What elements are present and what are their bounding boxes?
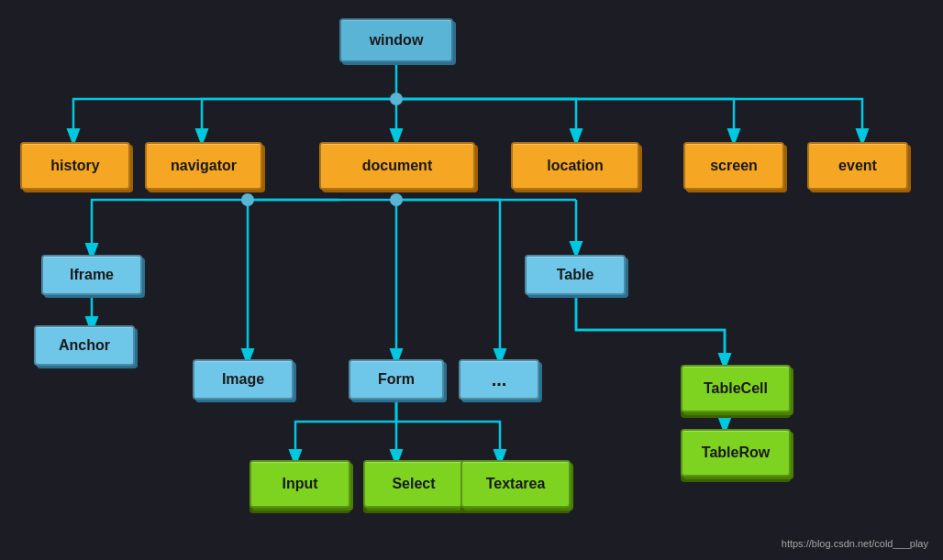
diagram: window history navigator document locati…: [0, 0, 943, 560]
screen-label: screen: [710, 158, 758, 174]
tablerow-label: TableRow: [702, 445, 770, 461]
anchor-label: Anchor: [59, 337, 110, 354]
tablerow-node: TableRow: [681, 429, 791, 477]
table-label: Table: [557, 267, 594, 283]
tablecell-node: TableCell: [681, 365, 791, 412]
screen-node: screen: [683, 142, 784, 190]
document-label: document: [362, 158, 432, 174]
textarea-node: Textarea: [460, 460, 571, 508]
history-node: history: [20, 142, 130, 190]
ellipsis-label: ...: [492, 369, 507, 390]
junction-dot-top: [390, 93, 403, 105]
table-node: Table: [525, 255, 626, 295]
watermark: https://blog.csdn.net/cold___play: [782, 538, 928, 549]
form-label: Form: [378, 371, 415, 388]
event-label: event: [838, 158, 877, 174]
iframe-node: Iframe: [41, 255, 142, 295]
history-label: history: [50, 158, 99, 174]
anchor-node: Anchor: [34, 325, 135, 366]
image-node: Image: [193, 359, 294, 400]
navigator-node: navigator: [145, 142, 262, 190]
junction-dot-right: [390, 193, 403, 206]
ellipsis-node: ...: [459, 359, 539, 400]
window-node: window: [339, 18, 453, 62]
event-node: event: [807, 142, 908, 190]
document-node: document: [319, 142, 475, 190]
image-label: Image: [222, 371, 264, 388]
location-label: location: [547, 158, 603, 174]
junction-dot-left: [241, 193, 254, 206]
form-node: Form: [349, 359, 444, 400]
select-label: Select: [392, 476, 435, 492]
tablecell-label: TableCell: [704, 380, 768, 397]
input-label: Input: [282, 476, 317, 492]
location-node: location: [511, 142, 639, 190]
window-label: window: [370, 32, 424, 49]
select-node: Select: [363, 460, 464, 508]
iframe-label: Iframe: [70, 267, 114, 283]
textarea-label: Textarea: [486, 476, 546, 492]
input-node: Input: [250, 460, 350, 508]
navigator-label: navigator: [171, 158, 237, 174]
